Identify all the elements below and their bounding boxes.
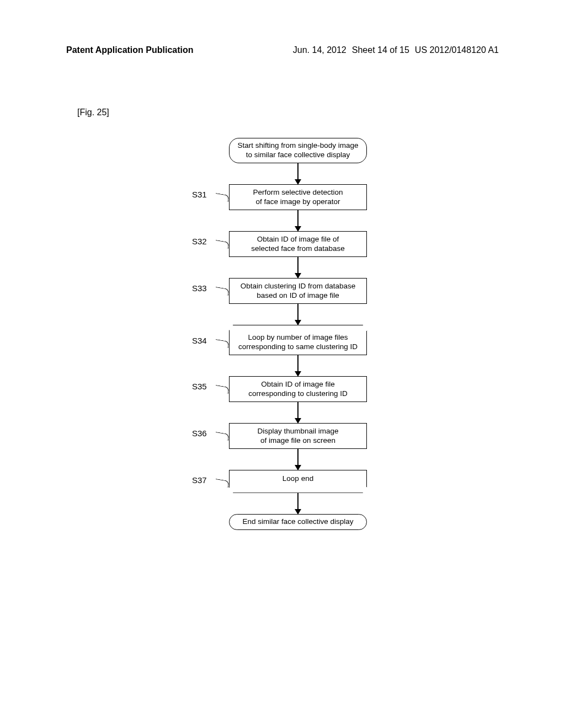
step-text: Obtain ID of image file ofselected face … [251,235,345,253]
step-text: Obtain ID of image filecorresponding to … [248,380,347,398]
step-label: S31 [192,190,207,199]
step-s35: S35 Obtain ID of image filecorresponding… [193,376,414,402]
page-header: Patent Application Publication Jun. 14, … [0,45,565,55]
arrow-icon [297,493,299,514]
step-s32: S32 Obtain ID of image file ofselected f… [193,231,414,257]
connector-icon [215,193,230,202]
step-s36: S36 Display thumbnail imageof image file… [193,423,414,449]
arrow-icon [297,304,299,325]
step-text: Display thumbnail imageof image file on … [257,427,338,445]
step-s33: S33 Obtain clustering ID from databaseba… [193,278,414,304]
arrow-icon [297,210,299,231]
loop-start-box: Loop by number of image filescorrespondi… [229,330,367,355]
arrow-icon [297,257,299,278]
step-text: Loop by number of image filescorrespondi… [238,333,358,351]
step-text: Obtain clustering ID from databasebased … [241,282,356,300]
connector-icon [215,287,230,296]
arrow-icon [297,355,299,376]
connector-icon [215,479,230,488]
flowchart-end: End similar face collective display [229,514,367,530]
header-sheet: Sheet 14 of 15 [352,45,409,55]
connector-icon [215,385,230,394]
figure-label: [Fig. 25] [77,108,109,117]
end-text: End similar face collective display [242,517,353,526]
arrow-icon [297,163,299,184]
header-meta: Jun. 14, 2012 Sheet 14 of 15 US 2012/014… [293,45,499,55]
process-box: Obtain clustering ID from databasebased … [229,278,367,304]
header-publication: Patent Application Publication [66,45,194,55]
process-box: Perform selective detectionof face image… [229,184,367,210]
connector-icon [215,240,230,249]
start-text: Start shifting from single-body imageto … [237,141,358,159]
process-box: Display thumbnail imageof image file on … [229,423,367,449]
arrow-icon [297,402,299,423]
step-text: Loop end [282,474,313,483]
arrow-icon [297,449,299,470]
process-box: Obtain ID of image file ofselected face … [229,231,367,257]
step-label: S36 [192,429,207,438]
step-text: Perform selective detectionof face image… [253,188,343,206]
connector-icon [215,432,230,441]
step-s31: S31 Perform selective detectionof face i… [193,184,414,210]
step-s37: S37 Loop end [193,470,414,488]
step-label: S34 [192,336,207,345]
header-pubno: US 2012/0148120 A1 [415,45,499,55]
flowchart: Start shifting from single-body imageto … [193,138,414,530]
connector-icon [215,339,230,348]
header-date: Jun. 14, 2012 [293,45,347,55]
process-box: Obtain ID of image filecorresponding to … [229,376,367,402]
step-label: S32 [192,237,207,246]
step-s34: S34 Loop by number of image filescorresp… [193,330,414,355]
loop-end-box: Loop end [229,470,367,488]
step-label: S33 [192,283,207,293]
flowchart-start: Start shifting from single-body imageto … [229,138,367,163]
step-label: S37 [192,475,207,485]
step-label: S35 [192,382,207,391]
